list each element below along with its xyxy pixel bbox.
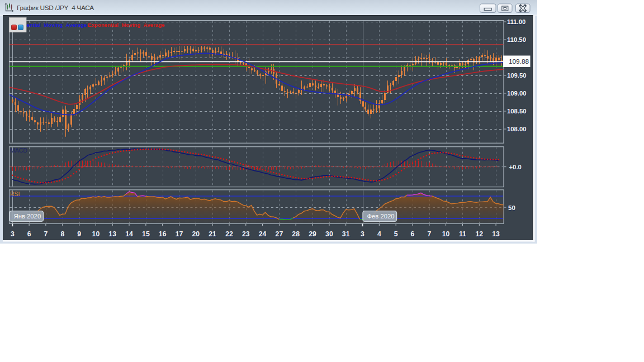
svg-text:6: 6 bbox=[411, 230, 415, 238]
svg-text:RSI: RSI bbox=[10, 190, 20, 197]
svg-text:Фев 2020: Фев 2020 bbox=[367, 213, 395, 220]
svg-text:16: 16 bbox=[159, 230, 167, 238]
svg-text:Янв 2020: Янв 2020 bbox=[14, 213, 41, 220]
svg-text:+0.0: +0.0 bbox=[509, 164, 522, 170]
svg-text:110.50: 110.50 bbox=[507, 36, 526, 43]
svg-text:7: 7 bbox=[44, 230, 48, 238]
svg-text:24: 24 bbox=[259, 230, 267, 238]
svg-text:10: 10 bbox=[92, 230, 100, 238]
svg-text:30: 30 bbox=[325, 230, 333, 238]
svg-text:MACD: MACD bbox=[10, 147, 27, 154]
svg-text:27: 27 bbox=[276, 230, 283, 238]
svg-text:17: 17 bbox=[176, 230, 183, 238]
svg-text:108.50: 108.50 bbox=[507, 108, 527, 115]
svg-text:10: 10 bbox=[442, 230, 450, 238]
svg-text:23: 23 bbox=[242, 230, 250, 238]
svg-text:108.00: 108.00 bbox=[507, 126, 527, 132]
svg-text:14: 14 bbox=[125, 230, 133, 238]
svg-text:Exponential_Moving_Average: Exponential_Moving_Average bbox=[88, 22, 165, 28]
svg-text:31: 31 bbox=[342, 230, 350, 238]
svg-text:29: 29 bbox=[309, 230, 316, 238]
svg-text:8: 8 bbox=[60, 230, 64, 238]
svg-text:50: 50 bbox=[508, 204, 515, 211]
svg-text:4: 4 bbox=[377, 230, 381, 238]
svg-text:21: 21 bbox=[209, 230, 216, 238]
svg-text:13: 13 bbox=[492, 230, 500, 238]
svg-text:109.50: 109.50 bbox=[507, 72, 527, 79]
svg-text:5: 5 bbox=[394, 230, 398, 238]
svg-text:График USD /JPY 4 ЧАСА: График USD /JPY 4 ЧАСА bbox=[17, 4, 94, 12]
svg-text:7: 7 bbox=[427, 230, 431, 238]
svg-text:13: 13 bbox=[108, 230, 116, 238]
svg-text:3: 3 bbox=[361, 230, 364, 238]
svg-text:20: 20 bbox=[192, 230, 200, 238]
svg-text:3: 3 bbox=[11, 230, 15, 238]
svg-text:22: 22 bbox=[225, 230, 233, 238]
svg-text:15: 15 bbox=[142, 230, 150, 238]
svg-text:6: 6 bbox=[27, 230, 31, 238]
svg-text:9: 9 bbox=[77, 230, 81, 238]
svg-text:11: 11 bbox=[459, 230, 466, 238]
svg-text:109.00: 109.00 bbox=[507, 90, 527, 97]
svg-text:12: 12 bbox=[475, 230, 483, 238]
svg-text:111.00: 111.00 bbox=[507, 18, 525, 25]
svg-text:109.88: 109.88 bbox=[509, 58, 529, 65]
svg-text:28: 28 bbox=[292, 230, 300, 238]
